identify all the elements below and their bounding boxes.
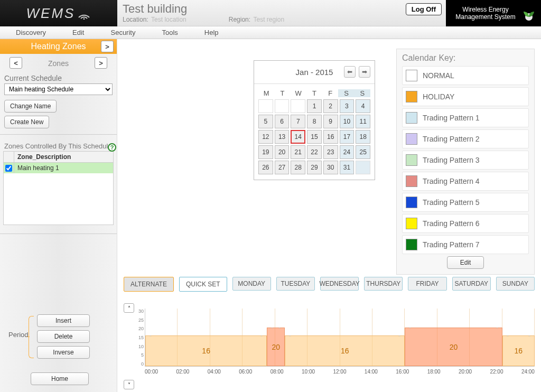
schedule-tabs: ALTERNATE QUICK SET MONDAY TUESDAY WEDNE… xyxy=(124,277,535,292)
calendar-day[interactable]: 27 xyxy=(275,161,290,174)
calendar-day[interactable]: 2 xyxy=(323,99,338,113)
tab-alternate[interactable]: ALTERNATE xyxy=(124,277,174,292)
color-swatch xyxy=(406,239,417,250)
period-label: Period xyxy=(8,331,29,339)
schedule-select[interactable]: Main heating Schedule xyxy=(4,83,113,95)
calendar-day[interactable]: 25 xyxy=(356,145,370,159)
calendar-day[interactable]: 21 xyxy=(291,145,305,159)
log-off-button[interactable]: Log Off xyxy=(406,3,442,15)
timeline-segment[interactable]: 20⌃⌃ xyxy=(267,328,285,366)
zone-checkbox[interactable] xyxy=(5,165,12,172)
tab-sunday[interactable]: SUNDAY xyxy=(496,277,535,291)
home-button[interactable]: Home xyxy=(31,372,89,385)
calendar-key-item[interactable]: Trading Pattern 3 xyxy=(402,151,529,170)
calendar-day[interactable]: 8 xyxy=(307,115,322,128)
calendar-day[interactable]: 1 xyxy=(307,99,322,113)
calendar-key-item[interactable]: Trading Pattern 2 xyxy=(402,129,529,148)
create-new-button[interactable]: Create New xyxy=(4,116,49,128)
color-swatch xyxy=(406,218,417,229)
calendar-day[interactable]: 14 xyxy=(291,130,305,144)
period-delete-button[interactable]: Delete xyxy=(37,330,90,343)
help-icon[interactable]: ? xyxy=(108,143,116,152)
menu-discovery[interactable]: Discovery xyxy=(16,29,46,36)
sprout-icon xyxy=(520,3,538,23)
calendar-day[interactable]: 3 xyxy=(340,99,355,113)
calendar-day[interactable]: 4 xyxy=(356,99,370,113)
calendar-day[interactable]: 19 xyxy=(258,145,273,159)
calendar-day[interactable]: 16 xyxy=(323,130,338,144)
period-insert-button[interactable]: Insert xyxy=(37,314,90,327)
calendar-next-button[interactable]: ➡ xyxy=(359,66,370,78)
table-row[interactable]: Main heating 1 xyxy=(4,163,113,173)
calendar-key-item[interactable]: HOLIDAY xyxy=(402,87,529,106)
calendar-key-edit-button[interactable]: Edit xyxy=(447,256,484,269)
tab-wednesday[interactable]: WEDNESDAY xyxy=(320,277,359,291)
timeline-segment[interactable]: 16⌃⌃ xyxy=(145,335,267,366)
calendar-day[interactable]: 28 xyxy=(291,161,305,174)
calendar-day[interactable]: 9 xyxy=(323,115,338,128)
calendar-day xyxy=(275,99,290,113)
color-swatch xyxy=(406,197,417,208)
change-name-button[interactable]: Change Name xyxy=(4,100,57,113)
calendar-key-item[interactable]: NORMAL xyxy=(402,66,529,85)
tab-quick-set[interactable]: QUICK SET xyxy=(179,277,227,292)
yaxis-up-button[interactable]: ˄ xyxy=(124,303,134,313)
section-heating-zones: Heating Zones > xyxy=(0,39,117,54)
building-name: Test building xyxy=(123,2,441,16)
tab-friday[interactable]: FRIDAY xyxy=(408,277,446,291)
calendar-day[interactable]: 18 xyxy=(356,130,370,144)
timeline-segment[interactable]: 16⌃⌃ xyxy=(502,335,535,366)
calendar-key-item[interactable]: Trading Pattern 5 xyxy=(402,193,529,212)
tab-tuesday[interactable]: TUESDAY xyxy=(276,277,315,291)
current-schedule-label: Current Schedule xyxy=(0,71,117,83)
timeline-segment[interactable]: 20⌃⌃ xyxy=(405,328,502,366)
calendar-day[interactable]: 17 xyxy=(340,130,355,144)
app-logo: WEMS xyxy=(0,0,117,26)
calendar-day xyxy=(258,99,273,113)
schedule-timeline: 302520151050 16⌃⌃20⌃⌃16⌃⌃20⌃⌃16⌃⌃ 00:000… xyxy=(134,304,535,378)
calendar-day[interactable]: 29 xyxy=(307,161,322,174)
section-next-button[interactable]: > xyxy=(101,41,114,52)
calendar-key-item[interactable]: Trading Pattern 4 xyxy=(402,172,529,191)
timeline-segment[interactable]: 16⌃⌃ xyxy=(285,335,405,366)
calendar-day[interactable]: 31 xyxy=(340,161,355,174)
calendar-day[interactable]: 12 xyxy=(258,130,273,144)
menu-help[interactable]: Help xyxy=(204,29,219,36)
zones-label: Zones xyxy=(48,59,69,68)
wifi-icon xyxy=(77,5,91,22)
calendar-day[interactable]: 23 xyxy=(323,145,338,159)
menubar: Discovery Edit Security Tools Help xyxy=(0,26,541,39)
calendar-day[interactable]: 15 xyxy=(307,130,322,144)
color-swatch xyxy=(406,91,417,102)
tab-saturday[interactable]: SATURDAY xyxy=(452,277,491,291)
calendar-day xyxy=(356,161,370,174)
calendar-day[interactable]: 7 xyxy=(291,115,305,128)
period-inverse-button[interactable]: Inverse xyxy=(37,346,90,359)
calendar-key-item[interactable]: Trading Pattern 6 xyxy=(402,214,529,233)
calendar-day[interactable]: 10 xyxy=(340,115,355,128)
calendar-day[interactable]: 13 xyxy=(275,130,290,144)
calendar-day[interactable]: 5 xyxy=(258,115,273,128)
calendar-prev-button[interactable]: ⬅ xyxy=(344,66,356,78)
menu-edit[interactable]: Edit xyxy=(72,29,84,36)
calendar-day[interactable]: 24 xyxy=(340,145,355,159)
zones-next-button[interactable]: > xyxy=(95,57,107,69)
calendar-day xyxy=(291,99,305,113)
brand-panel: Wireless EnergyManagement System xyxy=(446,0,541,26)
calendar-day[interactable]: 20 xyxy=(275,145,290,159)
tab-thursday[interactable]: THURSDAY xyxy=(364,277,403,291)
zones-prev-button[interactable]: < xyxy=(10,57,22,69)
menu-tools[interactable]: Tools xyxy=(162,29,178,36)
calendar-key-title: Calendar Key: xyxy=(402,53,529,63)
yaxis-down-button[interactable]: ˅ xyxy=(124,380,134,389)
calendar-day[interactable]: 22 xyxy=(307,145,322,159)
calendar-day[interactable]: 6 xyxy=(275,115,290,128)
calendar-day[interactable]: 30 xyxy=(323,161,338,174)
calendar-key-item[interactable]: Trading Pattern 1 xyxy=(402,108,529,127)
tab-monday[interactable]: MONDAY xyxy=(232,277,271,291)
calendar-key-item[interactable]: Trading Pattern 7 xyxy=(402,235,529,254)
menu-security[interactable]: Security xyxy=(110,29,135,36)
calendar: Jan - 2015 ⬅ ➡ MTWTFSS 12345678910111213… xyxy=(254,60,375,180)
calendar-day[interactable]: 26 xyxy=(258,161,273,174)
calendar-day[interactable]: 11 xyxy=(356,115,370,128)
